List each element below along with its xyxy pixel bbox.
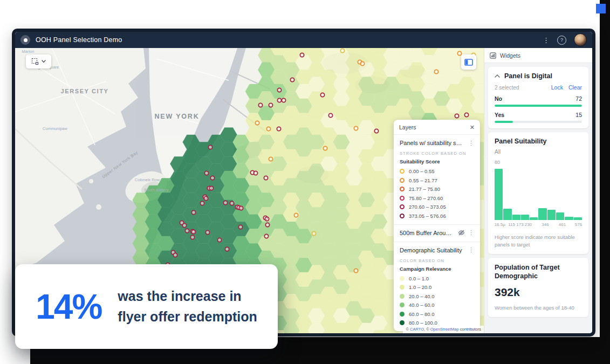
panel-marker[interactable] (277, 127, 280, 131)
filter-label: All (495, 149, 582, 155)
panel-marker[interactable] (255, 121, 259, 125)
panel-marker[interactable] (269, 157, 272, 161)
histogram-bar[interactable] (547, 210, 556, 220)
histogram-bar[interactable] (495, 169, 503, 220)
app-title: OOH Panel Selection Demo (36, 36, 122, 44)
layer-options-icon[interactable]: ⋮ (468, 140, 474, 146)
histogram-bar[interactable] (538, 208, 546, 221)
panel-marker[interactable] (294, 213, 298, 217)
panel-marker[interactable] (323, 146, 327, 150)
panel-marker[interactable] (354, 126, 358, 130)
osm-link[interactable]: OpenStreetMap (430, 327, 459, 332)
panel-marker[interactable] (320, 93, 324, 97)
panel-marker[interactable] (225, 247, 229, 251)
panel-marker[interactable] (374, 129, 378, 133)
panel-marker[interactable] (173, 253, 177, 257)
panel-marker[interactable] (457, 51, 461, 55)
legend-label: 0.55 – 21.77 (409, 177, 437, 183)
panel-marker[interactable] (464, 113, 468, 116)
layer-name: Panels w/ suitability score (400, 140, 465, 146)
panel-marker[interactable] (204, 196, 208, 200)
panel-marker[interactable] (217, 238, 221, 242)
panel-marker[interactable] (264, 234, 268, 238)
panel-marker[interactable] (208, 145, 212, 149)
legend-item: 21.77 – 75.80 (400, 186, 474, 192)
widget-title: Population of Target Demographic (495, 263, 575, 281)
panel-marker[interactable] (328, 113, 332, 117)
panel-marker[interactable] (258, 103, 262, 107)
panel-marker[interactable] (290, 78, 294, 81)
panel-marker[interactable] (277, 98, 281, 102)
category-bar-row[interactable]: No72 (495, 95, 582, 107)
map-label: South Battery (144, 188, 169, 193)
collapse-chevron-icon[interactable] (495, 74, 500, 78)
map-label: JERSEY CITY (61, 88, 109, 94)
legend-dot-swatch (400, 320, 405, 325)
panel-marker[interactable] (269, 103, 272, 107)
widget-panel-is-digital: Panel is Digital 2 selected Lock Clear N… (488, 67, 588, 128)
panel-marker[interactable] (223, 201, 227, 204)
panel-marker[interactable] (230, 201, 234, 205)
panel-marker[interactable] (200, 201, 204, 205)
visibility-off-icon[interactable] (458, 230, 465, 236)
map-label: Communipaw (43, 126, 67, 131)
panel-marker[interactable] (266, 127, 270, 131)
histogram-bar[interactable] (503, 209, 511, 220)
clear-button[interactable]: Clear (568, 84, 582, 91)
panel-marker[interactable] (238, 225, 242, 229)
avatar[interactable] (574, 33, 587, 46)
panel-marker[interactable] (182, 223, 186, 227)
panel-marker[interactable] (190, 235, 194, 239)
more-menu-icon[interactable]: ⋮ (543, 37, 550, 44)
panel-marker[interactable] (354, 269, 358, 272)
panel-marker[interactable] (204, 171, 208, 175)
chevron-down-icon (42, 60, 46, 63)
category-bar-row[interactable]: Yes15 (495, 112, 582, 123)
panel-marker[interactable] (265, 223, 269, 226)
x-tick-label: 576 (575, 222, 582, 227)
legend-label: 0.0 – 1.0 (409, 276, 429, 281)
legend-label: 60.0 – 80.0 (409, 311, 435, 317)
help-icon[interactable]: ? (557, 36, 566, 45)
histogram-bar[interactable] (556, 212, 564, 220)
panel-marker[interactable] (277, 88, 281, 92)
lock-button[interactable]: Lock (551, 84, 563, 91)
histogram-bar[interactable] (574, 217, 582, 220)
selection-tool-button[interactable] (26, 54, 51, 68)
layer-options-icon[interactable]: ⋮ (468, 247, 474, 253)
panel-marker[interactable] (253, 171, 257, 175)
panel-marker[interactable] (205, 230, 209, 234)
panel-marker[interactable] (191, 230, 195, 233)
panel-marker[interactable] (210, 176, 214, 180)
legend-eyebrow: COLOR BASED ON (400, 258, 474, 263)
panel-marker[interactable] (300, 53, 304, 57)
legend-item: 40.0 – 60.0 (400, 302, 474, 308)
layer-section-panels: Panels w/ suitability score ⋮ STROKE COL… (394, 135, 480, 225)
histogram[interactable] (495, 166, 582, 220)
histogram-bar[interactable] (565, 217, 573, 220)
map-panel-toggle-button[interactable] (461, 54, 476, 70)
close-icon[interactable]: ✕ (470, 125, 475, 131)
x-tick-label: 173 (516, 222, 523, 227)
panel-marker[interactable] (340, 49, 344, 52)
layer-options-icon[interactable]: ⋮ (468, 230, 474, 236)
panel-marker[interactable] (265, 217, 269, 221)
layers-panel: Layers ✕ Panels w/ suitability score ⋮ S… (394, 120, 480, 331)
panel-marker[interactable] (239, 206, 243, 210)
panel-marker[interactable] (185, 229, 189, 232)
panel-marker[interactable] (264, 176, 268, 180)
histogram-bar[interactable] (512, 215, 520, 220)
panel-marker[interactable] (209, 186, 213, 190)
carto-link[interactable]: CARTO (410, 327, 424, 332)
panel-marker[interactable] (312, 231, 316, 235)
legend-label: 40.0 – 60.0 (409, 302, 435, 308)
histogram-bar[interactable] (521, 215, 529, 220)
panel-marker[interactable] (360, 61, 364, 65)
map-label: Marion (22, 49, 35, 54)
panel-marker[interactable] (282, 98, 285, 102)
panel-marker[interactable] (434, 70, 438, 73)
panel-marker[interactable] (191, 210, 195, 214)
histogram-bar[interactable] (530, 217, 538, 220)
liberty-island (96, 204, 101, 210)
panel-marker[interactable] (455, 114, 458, 118)
